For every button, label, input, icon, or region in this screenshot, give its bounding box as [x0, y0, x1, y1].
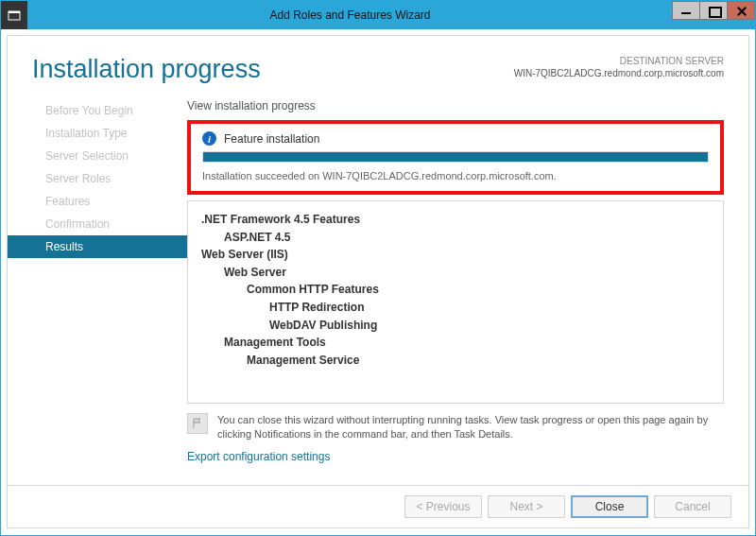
progress-bar [202, 151, 709, 163]
close-note-text: You can close this wizard without interr… [217, 413, 724, 442]
nav-installation-type: Installation Type [32, 122, 187, 145]
nav-server-selection: Server Selection [32, 145, 187, 167]
tree-item: Management Tools [201, 334, 710, 352]
tree-item: ASP.NET 4.5 [201, 229, 710, 247]
wizard-window: Add Roles and Features Wizard Installati… [0, 0, 756, 536]
close-button[interactable]: Close [571, 495, 648, 518]
window-controls [673, 1, 755, 29]
page-title: Installation progress [32, 55, 261, 84]
tree-item: Common HTTP Features [201, 281, 710, 299]
install-success-message: Installation succeeded on WIN-7QIBC2LADC… [202, 170, 709, 182]
destination-block: DESTINATION SERVER WIN-7QIBC2LADCG.redmo… [514, 55, 724, 84]
nav-confirmation: Confirmation [32, 213, 187, 235]
feature-install-title: Feature installation [224, 132, 319, 146]
nav-results[interactable]: Results [8, 235, 187, 258]
nav-server-roles: Server Roles [32, 167, 187, 190]
svg-rect-1 [9, 11, 20, 13]
info-icon: i [202, 131, 216, 146]
wizard-body: Installation progress DESTINATION SERVER… [7, 35, 749, 528]
tree-item: .NET Framework 4.5 Features [201, 211, 710, 229]
tree-item: Web Server [201, 264, 710, 282]
tree-item: Management Service [201, 352, 710, 370]
nav-before-you-begin: Before You Begin [32, 99, 187, 122]
previous-button: < Previous [404, 495, 482, 518]
destination-label: DESTINATION SERVER [514, 55, 724, 67]
content-area: View installation progress i Feature ins… [187, 99, 748, 463]
nav-features: Features [32, 190, 187, 213]
destination-server: WIN-7QIBC2LADCG.redmond.corp.microsoft.c… [514, 67, 724, 79]
wizard-nav: Before You Begin Installation Type Serve… [8, 99, 187, 463]
close-window-button[interactable] [727, 1, 755, 20]
maximize-button[interactable] [699, 1, 728, 20]
installed-features-tree: .NET Framework 4.5 Features ASP.NET 4.5 … [187, 200, 724, 404]
feature-install-box: i Feature installation Installation succ… [187, 120, 724, 195]
close-note: You can close this wizard without interr… [187, 413, 724, 442]
flag-icon [187, 413, 208, 434]
cancel-button: Cancel [654, 495, 731, 518]
next-button: Next > [488, 495, 565, 518]
tree-item: Web Server (IIS) [201, 246, 710, 264]
wizard-app-icon [1, 1, 27, 29]
view-progress-label: View installation progress [187, 99, 724, 112]
tree-item: WebDAV Publishing [201, 317, 710, 335]
tree-item: HTTP Redirection [201, 299, 710, 317]
window-title: Add Roles and Features Wizard [27, 9, 673, 22]
export-config-link[interactable]: Export configuration settings [187, 450, 330, 463]
minimize-button[interactable] [672, 1, 700, 20]
titlebar[interactable]: Add Roles and Features Wizard [1, 1, 755, 29]
wizard-footer: < Previous Next > Close Cancel [8, 485, 748, 527]
